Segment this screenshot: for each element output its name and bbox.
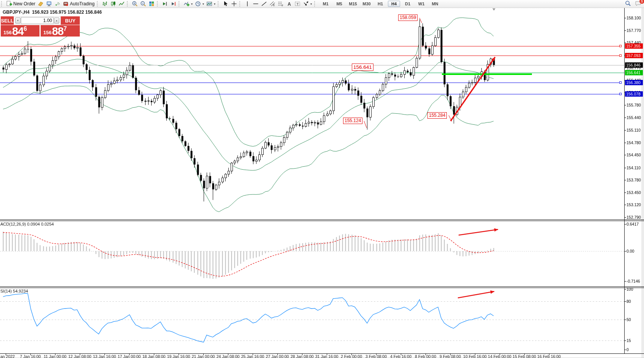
price-annotation[interactable]: 156.641 [352,64,373,71]
template-icon [206,1,212,7]
bar-chart-button[interactable] [101,0,109,7]
sell-tab-label[interactable]: SELL [1,16,14,25]
buy-button[interactable]: 156 88 7 [41,25,80,37]
timeframe-button-m15[interactable]: M15 [347,1,359,7]
book-icon [38,1,44,7]
clock-icon [195,1,201,7]
vertical-line-tool[interactable] [243,0,252,7]
crosshair-icon [231,1,237,7]
macd-indicator-label: ACD(12,26,9) 0.0904 0.0254 [0,222,54,226]
text-label-tool[interactable]: T [293,0,302,7]
volume-decrease-button[interactable]: ▼ [15,18,21,24]
svg-text:T: T [297,2,299,6]
search-button[interactable] [625,0,631,8]
chevron-down-icon: ▾ [214,2,215,6]
indicators-dropdown[interactable]: ▾ [182,0,194,7]
candlestick-chart-button[interactable] [109,0,117,7]
toolbar-right: 1 [625,0,644,8]
one-click-trading-widget: SELL ▼ ▲ BUY 156 84 6 156 88 7 [1,16,80,37]
notifications-button[interactable]: 1 [635,0,642,8]
buy-price-big: 88 [52,26,63,36]
autotrading-icon [63,1,69,7]
shapes-arrows-icon [303,1,309,7]
signal-icon [54,1,60,7]
notification-badge: 1 [639,0,644,4]
price-annotation[interactable]: 155.124 [343,118,362,124]
timeframe-button-w1[interactable]: W1 [415,1,427,7]
market-watch-button[interactable] [45,0,53,7]
timeframe-button-m30[interactable]: M30 [361,1,373,7]
vertical-line-icon [244,1,250,7]
arrows-dropdown[interactable]: ▾ [302,0,313,7]
autotrading-button[interactable]: AutoTrading [62,0,96,7]
horizontal-line-tool[interactable] [252,0,260,7]
text-tool[interactable]: A [285,0,293,7]
zoom-out-icon [140,1,146,7]
svg-text:E: E [273,4,275,6]
crosshair-tool-button[interactable] [230,0,238,7]
line-chart-icon [119,1,125,7]
text-label-icon: T [294,1,301,7]
timeframe-button-h4[interactable]: H4 [388,1,400,7]
volume-increase-button[interactable]: ▲ [54,18,59,24]
toolbar-grip [127,1,130,6]
toolbar-grip [179,1,181,6]
candlestick-chart-icon [110,1,116,7]
buy-tab-label[interactable]: BUY [61,16,80,25]
monitor-icon [46,1,52,7]
volume-box: ▼ ▲ [14,16,61,25]
line-chart-button[interactable] [117,0,126,7]
timeframe-button-mn[interactable]: MN [429,1,441,7]
tile-windows-button[interactable] [147,0,156,7]
equidistant-channel-tool[interactable]: E [268,0,277,7]
text-icon: A [286,1,292,7]
signals-button[interactable] [53,0,62,7]
trendline-tool[interactable] [260,0,268,7]
bar-chart-icon [102,1,108,7]
zoom-in-icon [132,1,138,7]
auto-scroll-icon [162,1,168,7]
timeframe-button-h1[interactable]: H1 [374,1,386,7]
buy-price-sup: 7 [63,25,67,32]
autotrading-label: AutoTrading [70,1,95,6]
sell-price-big: 84 [12,26,24,36]
chart-profile-button[interactable] [36,0,45,7]
volume-input[interactable] [21,17,54,24]
timeframe-toolbar: M1M5M15M30H1H4D1W1MN [320,1,441,7]
auto-scroll-button[interactable] [161,0,169,7]
templates-dropdown[interactable]: ▾ [205,0,217,7]
chart-shift-button[interactable] [169,0,177,7]
timeframe-button-d1[interactable]: D1 [402,1,414,7]
new-order-button[interactable]: New Order [5,0,36,7]
cursor-tool-button[interactable] [222,0,230,7]
svg-text:A: A [288,2,291,7]
zoom-in-button[interactable] [131,0,139,7]
chevron-down-icon: ▾ [310,2,312,6]
rsi-indicator-label: SI(14) 54.9234 [0,289,28,293]
timeframe-button-m5[interactable]: M5 [333,1,345,7]
price-annotation[interactable]: 158.059 [398,14,418,21]
new-order-label: New Order [13,1,35,6]
svg-text:F: F [282,4,283,7]
channel-icon: E [269,1,275,7]
chevron-down-icon: ▾ [191,2,193,6]
zoom-out-button[interactable] [139,0,147,7]
tile-windows-icon [149,1,155,7]
add-indicator-icon [184,1,190,7]
periods-dropdown[interactable]: ▾ [194,0,205,7]
main-toolbar: New Order AutoTrading [0,0,644,8]
buy-price-prefix: 156 [43,30,52,35]
sell-price-prefix: 156 [3,30,12,35]
horizontal-line-icon [253,1,259,7]
cursor-icon [223,1,229,7]
mt4-window: New Order AutoTrading [0,0,644,358]
chart-canvas[interactable] [0,0,644,358]
price-annotation[interactable]: 155.284 [427,112,447,119]
toolbar-grip [157,1,160,6]
toolbar-grip [1,1,4,6]
timeframe-button-m1[interactable]: M1 [320,1,332,7]
toolbar-grip [218,1,220,6]
fibonacci-tool[interactable]: F [277,0,285,7]
caret-down-icon: ▼ [17,19,19,22]
sell-button[interactable]: 156 84 6 [1,25,40,37]
